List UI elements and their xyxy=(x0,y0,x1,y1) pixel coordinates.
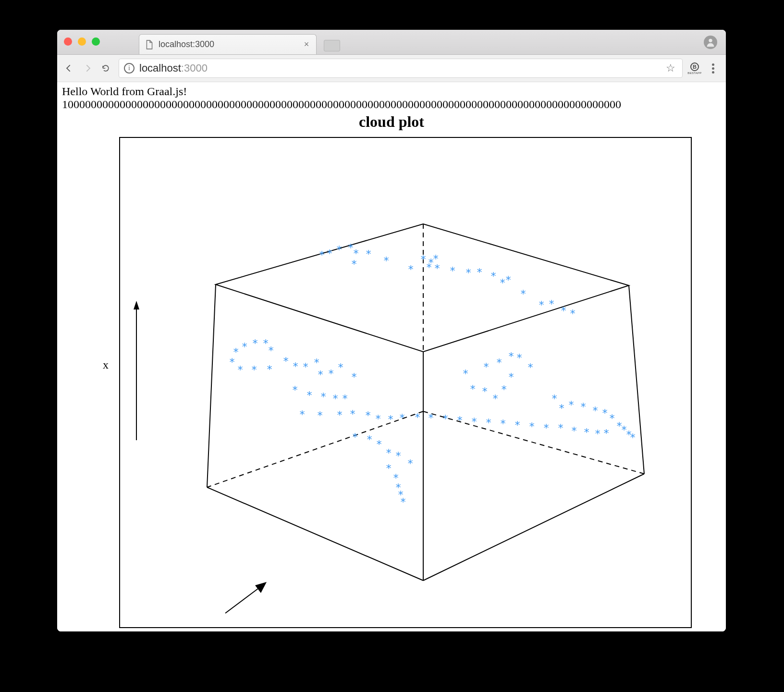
svg-text:*: * xyxy=(603,427,609,439)
svg-text:*: * xyxy=(366,433,372,445)
chart-title: cloud plot xyxy=(57,113,726,131)
svg-text:*: * xyxy=(320,391,326,403)
title-bar: localhost:3000 × xyxy=(57,30,726,55)
window-controls xyxy=(64,37,100,46)
svg-text:*: * xyxy=(580,401,586,413)
svg-text:*: * xyxy=(508,350,514,362)
plot-svg: ****************************************… xyxy=(81,133,706,631)
svg-text:*: * xyxy=(428,412,434,424)
svg-text:*: * xyxy=(571,425,577,437)
svg-text:*: * xyxy=(538,299,544,311)
svg-text:*: * xyxy=(292,384,298,396)
svg-text:*: * xyxy=(395,450,401,462)
window-close-button[interactable] xyxy=(64,37,72,46)
svg-text:*: * xyxy=(557,422,564,434)
svg-text:*: * xyxy=(342,393,348,405)
svg-text:*: * xyxy=(558,402,564,414)
page-heading-text: Hello World from Graal.js! xyxy=(57,82,726,98)
forward-button[interactable] xyxy=(80,61,95,75)
svg-marker-2 xyxy=(216,224,629,352)
svg-text:*: * xyxy=(328,368,334,380)
svg-text:*: * xyxy=(365,409,371,421)
svg-text:*: * xyxy=(551,393,557,405)
svg-point-0 xyxy=(709,39,712,42)
svg-text:*: * xyxy=(326,247,332,260)
svg-text:*: * xyxy=(407,457,413,470)
svg-text:*: * xyxy=(375,413,381,425)
browser-window: localhost:3000 × i localhost:3000 xyxy=(57,30,726,631)
svg-text:*: * xyxy=(282,355,289,367)
tab-title: localhost:3000 xyxy=(159,39,298,49)
window-maximize-button[interactable] xyxy=(92,37,100,46)
svg-text:*: * xyxy=(400,496,406,508)
svg-text:*: * xyxy=(501,383,507,395)
svg-text:*: * xyxy=(483,361,489,373)
svg-text:*: * xyxy=(476,266,482,278)
axis-label-x: x xyxy=(103,358,109,371)
menu-icon[interactable] xyxy=(708,63,718,74)
svg-text:*: * xyxy=(560,305,566,317)
svg-text:*: * xyxy=(376,438,382,450)
svg-text:*: * xyxy=(516,352,522,364)
desktop: localhost:3000 × i localhost:3000 xyxy=(0,0,784,692)
svg-text:*: * xyxy=(426,261,432,273)
svg-text:*: * xyxy=(592,405,598,417)
url-text: localhost:3000 xyxy=(139,62,208,74)
svg-text:*: * xyxy=(317,409,323,421)
browser-tab[interactable]: localhost:3000 × xyxy=(139,34,317,54)
svg-text:*: * xyxy=(407,263,414,275)
svg-marker-14 xyxy=(255,582,267,593)
svg-marker-12 xyxy=(134,301,139,309)
extension-icon[interactable]: B BESTAPP xyxy=(688,62,701,74)
svg-text:*: * xyxy=(241,341,247,353)
svg-text:*: * xyxy=(469,383,476,395)
cloud-plot: x xyxy=(81,133,706,631)
svg-text:*: * xyxy=(601,407,608,419)
svg-text:*: * xyxy=(465,267,471,279)
svg-text:*: * xyxy=(383,255,389,267)
bookmark-star-icon[interactable]: ☆ xyxy=(666,62,675,74)
close-tab-icon[interactable]: × xyxy=(303,39,310,49)
svg-text:*: * xyxy=(336,244,342,256)
svg-text:*: * xyxy=(471,416,477,428)
url-host: localhost xyxy=(139,62,181,74)
url-port: :3000 xyxy=(181,62,208,74)
svg-text:*: * xyxy=(414,411,420,423)
svg-text:*: * xyxy=(318,249,325,261)
svg-text:*: * xyxy=(505,274,511,286)
svg-text:*: * xyxy=(548,298,554,310)
toolbar: i localhost:3000 ☆ B BESTAPP xyxy=(57,55,726,82)
svg-text:*: * xyxy=(365,248,371,260)
svg-line-7 xyxy=(423,474,644,581)
svg-text:*: * xyxy=(490,270,496,282)
new-tab-button[interactable] xyxy=(324,40,340,51)
svg-text:*: * xyxy=(351,371,357,383)
svg-text:*: * xyxy=(629,432,636,444)
svg-text:*: * xyxy=(349,408,355,420)
svg-text:*: * xyxy=(528,420,535,432)
svg-text:*: * xyxy=(251,364,257,376)
svg-text:*: * xyxy=(332,393,338,405)
big-number-text: 1000000000000000000000000000000000000000… xyxy=(57,98,726,111)
reload-button[interactable] xyxy=(98,61,113,75)
svg-text:*: * xyxy=(485,417,491,429)
svg-text:*: * xyxy=(292,360,298,372)
svg-text:*: * xyxy=(442,413,448,425)
svg-text:*: * xyxy=(543,422,549,434)
svg-text:*: * xyxy=(337,361,343,373)
svg-text:*: * xyxy=(583,426,589,438)
address-bar[interactable]: i localhost:3000 ☆ xyxy=(119,59,683,78)
svg-text:*: * xyxy=(514,419,520,431)
svg-text:*: * xyxy=(568,399,574,411)
svg-text:*: * xyxy=(299,408,305,420)
svg-text:*: * xyxy=(385,447,392,459)
window-minimize-button[interactable] xyxy=(78,37,86,46)
page-viewport[interactable]: Hello World from Graal.js! 1000000000000… xyxy=(57,82,726,631)
file-icon xyxy=(145,40,154,49)
svg-text:*: * xyxy=(399,412,405,424)
svg-line-6 xyxy=(207,487,423,581)
svg-text:*: * xyxy=(229,356,235,368)
profile-avatar-icon[interactable] xyxy=(704,36,717,49)
site-info-icon[interactable]: i xyxy=(124,63,135,74)
back-button[interactable] xyxy=(62,61,76,75)
